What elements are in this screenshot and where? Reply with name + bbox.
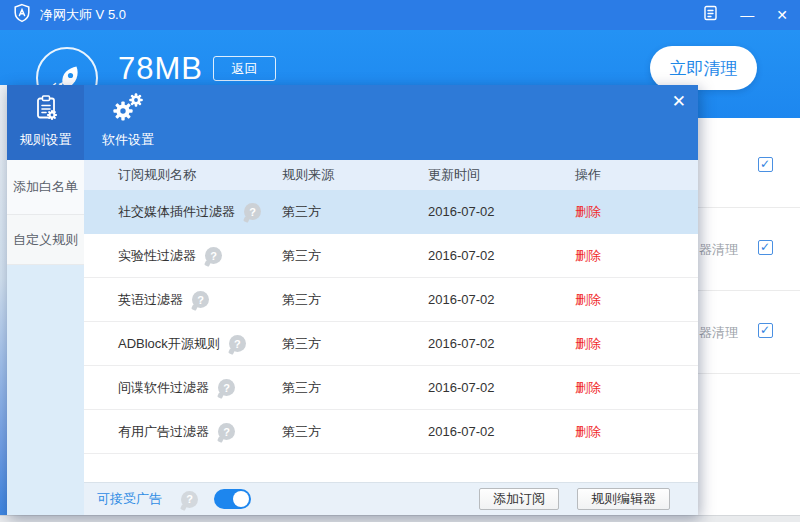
gears-icon bbox=[111, 92, 145, 126]
help-icon[interactable]: ? bbox=[218, 423, 235, 440]
add-subscription-button[interactable]: 添加订阅 bbox=[479, 488, 559, 510]
back-button[interactable]: 返回 bbox=[213, 56, 276, 81]
column-header: 更新时间 bbox=[428, 166, 575, 184]
minimize-button[interactable]: — bbox=[740, 8, 754, 22]
rule-name: 实验性过滤器 bbox=[118, 247, 196, 265]
window-title: 净网大师 V 5.0 bbox=[40, 6, 126, 24]
table-row[interactable]: 有用广告过滤器? 第三方 2016-07-02 删除 bbox=[84, 410, 698, 454]
app-logo-shield-icon bbox=[12, 3, 32, 27]
help-icon[interactable]: ? bbox=[244, 203, 261, 220]
table-row[interactable]: 实验性过滤器? 第三方 2016-07-02 删除 bbox=[84, 234, 698, 278]
rule-source: 第三方 bbox=[282, 335, 428, 353]
rule-name: 英语过滤器 bbox=[118, 291, 183, 309]
cleanup-checkbox[interactable] bbox=[758, 240, 773, 255]
acceptable-ads-toggle[interactable] bbox=[214, 489, 251, 509]
rule-source: 第三方 bbox=[282, 203, 428, 221]
feedback-icon[interactable] bbox=[703, 5, 718, 25]
sidebar-item-custom-rules[interactable]: 自定义规则 bbox=[7, 215, 84, 265]
rule-name: 间谍软件过滤器 bbox=[118, 379, 209, 397]
rule-name: 社交媒体插件过滤器 bbox=[118, 203, 235, 221]
bg-row-label: 器清理 bbox=[699, 324, 738, 342]
rules-table: 社交媒体插件过滤器? 第三方 2016-07-02 删除 实验性过滤器? 第三方… bbox=[84, 190, 698, 454]
rule-updated: 2016-07-02 bbox=[428, 204, 575, 219]
help-icon[interactable]: ? bbox=[229, 335, 246, 352]
delete-link[interactable]: 删除 bbox=[575, 292, 601, 307]
clipboard-gear-icon bbox=[32, 94, 60, 125]
delete-link[interactable]: 删除 bbox=[575, 204, 601, 219]
help-icon[interactable]: ? bbox=[205, 247, 222, 264]
delete-link[interactable]: 删除 bbox=[575, 380, 601, 395]
window-edge bbox=[0, 85, 7, 515]
acceptable-ads-label[interactable]: 可接受广告 bbox=[97, 490, 162, 508]
cleanup-checkbox[interactable] bbox=[758, 157, 773, 172]
rule-source: 第三方 bbox=[282, 379, 428, 397]
rule-source: 第三方 bbox=[282, 247, 428, 265]
sidebar-item-label: 规则设置 bbox=[20, 131, 72, 149]
rule-updated: 2016-07-02 bbox=[428, 248, 575, 263]
sidebar-item-rule-settings[interactable]: 规则设置 bbox=[7, 85, 84, 160]
cleanable-size: 78MB bbox=[118, 51, 203, 87]
delete-link[interactable]: 删除 bbox=[575, 248, 601, 263]
rule-name: 有用广告过滤器 bbox=[118, 423, 209, 441]
sidebar-item-label: 自定义规则 bbox=[13, 231, 78, 249]
tab-software-settings[interactable]: 软件设置 bbox=[95, 92, 161, 149]
sidebar-item-add-whitelist[interactable]: 添加白名单 bbox=[7, 160, 84, 215]
settings-dialog: 规则设置 添加白名单 自定义规则 bbox=[7, 85, 698, 515]
column-header: 规则来源 bbox=[282, 166, 428, 184]
cleanup-checkbox[interactable] bbox=[758, 323, 773, 338]
rule-source: 第三方 bbox=[282, 291, 428, 309]
table-header: 订阅规则名称 规则来源 更新时间 操作 bbox=[84, 160, 698, 190]
dialog-sidebar: 规则设置 添加白名单 自定义规则 bbox=[7, 85, 84, 515]
column-header: 操作 bbox=[575, 166, 698, 184]
close-dialog-button[interactable]: ✕ bbox=[669, 90, 689, 113]
window-bottom-edge bbox=[0, 515, 800, 522]
titlebar: 净网大师 V 5.0 — ✕ bbox=[0, 0, 800, 30]
clean-now-button[interactable]: 立即清理 bbox=[650, 46, 757, 90]
rule-updated: 2016-07-02 bbox=[428, 336, 575, 351]
rule-updated: 2016-07-02 bbox=[428, 292, 575, 307]
delete-link[interactable]: 删除 bbox=[575, 336, 601, 351]
toggle-knob bbox=[233, 491, 249, 507]
dialog-footer: 可接受广告 ? 添加订阅 规则编辑器 bbox=[84, 482, 698, 515]
sidebar-item-label: 添加白名单 bbox=[13, 178, 78, 196]
help-icon[interactable]: ? bbox=[192, 291, 209, 308]
close-window-button[interactable]: ✕ bbox=[776, 8, 788, 22]
help-icon[interactable]: ? bbox=[218, 379, 235, 396]
rule-updated: 2016-07-02 bbox=[428, 380, 575, 395]
table-row[interactable]: ADBlock开源规则? 第三方 2016-07-02 删除 bbox=[84, 322, 698, 366]
rule-source: 第三方 bbox=[282, 423, 428, 441]
dialog-header: 软件设置 ✕ bbox=[84, 85, 698, 160]
table-row[interactable]: 社交媒体插件过滤器? 第三方 2016-07-02 删除 bbox=[84, 190, 698, 234]
rule-updated: 2016-07-02 bbox=[428, 424, 575, 439]
bg-row-label: 器清理 bbox=[699, 241, 738, 259]
rule-editor-button[interactable]: 规则编辑器 bbox=[577, 488, 670, 510]
table-row[interactable]: 英语过滤器? 第三方 2016-07-02 删除 bbox=[84, 278, 698, 322]
table-row[interactable]: 间谍软件过滤器? 第三方 2016-07-02 删除 bbox=[84, 366, 698, 410]
column-header: 订阅规则名称 bbox=[84, 166, 282, 184]
delete-link[interactable]: 删除 bbox=[575, 424, 601, 439]
rule-name: ADBlock开源规则 bbox=[118, 335, 220, 353]
app-window: 净网大师 V 5.0 — ✕ 78MB 返回 立即清理 bbox=[0, 0, 800, 522]
help-icon[interactable]: ? bbox=[181, 491, 198, 508]
tab-label: 软件设置 bbox=[102, 131, 154, 149]
